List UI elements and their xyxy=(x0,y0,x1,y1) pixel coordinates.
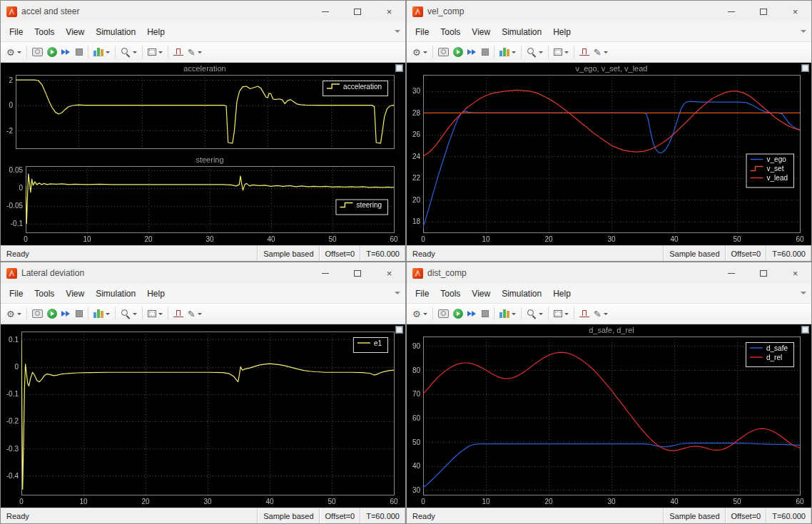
stop-button[interactable] xyxy=(479,44,491,60)
step-forward-button[interactable] xyxy=(59,44,73,60)
layout-button[interactable] xyxy=(91,306,112,322)
maximize-button[interactable] xyxy=(747,1,779,22)
gear-icon: ⚙ xyxy=(6,48,15,57)
minimize-button[interactable] xyxy=(309,1,341,22)
expand-axes-icon[interactable] xyxy=(801,64,809,72)
menu-view[interactable]: View xyxy=(466,24,496,41)
trigger-button[interactable] xyxy=(577,306,592,322)
close-button[interactable]: × xyxy=(373,262,405,284)
run-button[interactable] xyxy=(451,306,465,322)
minimize-icon xyxy=(728,273,735,274)
menu-file[interactable]: File xyxy=(4,285,29,302)
minimize-button[interactable] xyxy=(715,262,747,284)
minimize-button[interactable] xyxy=(309,262,341,284)
menu-view[interactable]: View xyxy=(466,285,496,302)
dropdown-caret-icon xyxy=(198,51,202,53)
snapshot-button[interactable] xyxy=(30,306,45,322)
minimize-icon xyxy=(322,11,329,12)
expand-axes-icon[interactable] xyxy=(395,64,403,72)
toolbar: ⚙ ✎ xyxy=(407,42,811,63)
step-forward-icon xyxy=(61,48,71,56)
menu-tools[interactable]: Tools xyxy=(435,24,466,41)
span-axes-button[interactable] xyxy=(552,306,571,322)
maximize-button[interactable] xyxy=(341,262,373,284)
step-forward-button[interactable] xyxy=(465,306,479,322)
menu-help[interactable]: Help xyxy=(141,24,171,41)
zoom-button[interactable] xyxy=(524,44,545,60)
stop-button[interactable] xyxy=(479,306,491,322)
statusbar: Ready Sample based Offset=0 T=60.000 xyxy=(1,245,405,261)
run-button[interactable] xyxy=(451,44,465,60)
snapshot-button[interactable] xyxy=(30,44,45,60)
menu-help[interactable]: Help xyxy=(547,24,577,41)
menu-file[interactable]: File xyxy=(4,24,29,41)
dropdown-caret-icon xyxy=(539,51,543,53)
menu-help[interactable]: Help xyxy=(547,285,577,302)
measurements-button[interactable]: ✎ xyxy=(186,306,204,322)
zoom-button[interactable] xyxy=(118,44,139,60)
menu-view[interactable]: View xyxy=(60,285,90,302)
menu-collapse-icon[interactable] xyxy=(801,292,806,294)
menu-simulation[interactable]: Simulation xyxy=(496,285,547,302)
menu-tools[interactable]: Tools xyxy=(435,285,466,302)
layout-button[interactable] xyxy=(497,44,518,60)
span-axes-button[interactable] xyxy=(552,44,571,60)
menu-collapse-icon[interactable] xyxy=(801,30,806,33)
camera-icon xyxy=(32,309,43,318)
measurements-button[interactable]: ✎ xyxy=(592,306,610,322)
menu-file[interactable]: File xyxy=(410,24,435,41)
layout-button[interactable] xyxy=(91,44,112,60)
snapshot-button[interactable] xyxy=(436,306,451,322)
menubar: File Tools View Simulation Help xyxy=(1,22,405,42)
settings-button[interactable]: ⚙ xyxy=(4,306,24,322)
menu-tools[interactable]: Tools xyxy=(29,24,60,41)
scope-plot-canvas xyxy=(407,324,811,508)
zoom-button[interactable] xyxy=(118,306,139,322)
menu-view[interactable]: View xyxy=(60,24,90,41)
close-button[interactable]: × xyxy=(779,1,811,22)
run-button[interactable] xyxy=(45,306,59,322)
layout-button[interactable] xyxy=(497,306,518,322)
dropdown-caret-icon xyxy=(133,313,137,315)
menu-tools[interactable]: Tools xyxy=(29,285,60,302)
menu-collapse-icon[interactable] xyxy=(395,30,400,33)
zoom-button[interactable] xyxy=(524,306,545,322)
expand-axes-icon[interactable] xyxy=(395,326,403,334)
menubar: File Tools View Simulation Help xyxy=(1,284,405,304)
titlebar[interactable]: dist_comp × xyxy=(407,262,811,284)
settings-button[interactable]: ⚙ xyxy=(410,306,430,322)
menu-simulation[interactable]: Simulation xyxy=(90,285,141,302)
titlebar[interactable]: accel and steer × xyxy=(1,1,405,22)
titlebar[interactable]: vel_comp × xyxy=(407,1,811,22)
close-button[interactable]: × xyxy=(779,262,811,284)
expand-axes-icon[interactable] xyxy=(801,326,809,334)
menu-simulation[interactable]: Simulation xyxy=(90,24,141,41)
snapshot-button[interactable] xyxy=(436,44,451,60)
titlebar[interactable]: Lateral deviation × xyxy=(1,262,405,284)
measurements-button[interactable]: ✎ xyxy=(186,44,204,60)
step-forward-button[interactable] xyxy=(465,44,479,60)
menu-file[interactable]: File xyxy=(410,285,435,302)
menu-simulation[interactable]: Simulation xyxy=(496,24,547,41)
settings-button[interactable]: ⚙ xyxy=(410,44,430,60)
statusbar: Ready Sample based Offset=0 T=60.000 xyxy=(407,508,811,523)
minimize-button[interactable] xyxy=(715,1,747,22)
trigger-button[interactable] xyxy=(577,44,592,60)
menu-collapse-icon[interactable] xyxy=(395,292,400,294)
run-button[interactable] xyxy=(45,44,59,60)
stop-button[interactable] xyxy=(73,44,85,60)
settings-button[interactable]: ⚙ xyxy=(4,44,24,60)
maximize-button[interactable] xyxy=(341,1,373,22)
menu-help[interactable]: Help xyxy=(141,285,171,302)
gear-icon: ⚙ xyxy=(412,48,421,57)
stop-button[interactable] xyxy=(73,306,85,322)
trigger-button[interactable] xyxy=(171,306,186,322)
trigger-button[interactable] xyxy=(171,44,186,60)
measurements-button[interactable]: ✎ xyxy=(592,44,610,60)
span-axes-button[interactable] xyxy=(146,44,165,60)
span-axes-button[interactable] xyxy=(146,306,165,322)
maximize-button[interactable] xyxy=(747,262,779,284)
step-forward-button[interactable] xyxy=(59,306,73,322)
status-sample-mode: Sample based xyxy=(664,508,725,523)
close-button[interactable]: × xyxy=(373,1,405,22)
